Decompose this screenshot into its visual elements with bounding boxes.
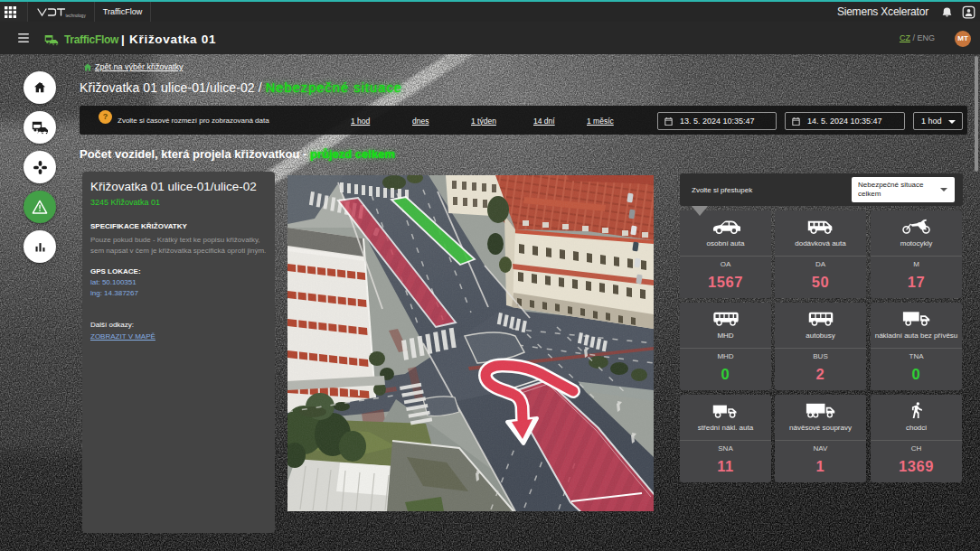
svg-text:technology: technology <box>66 13 87 17</box>
